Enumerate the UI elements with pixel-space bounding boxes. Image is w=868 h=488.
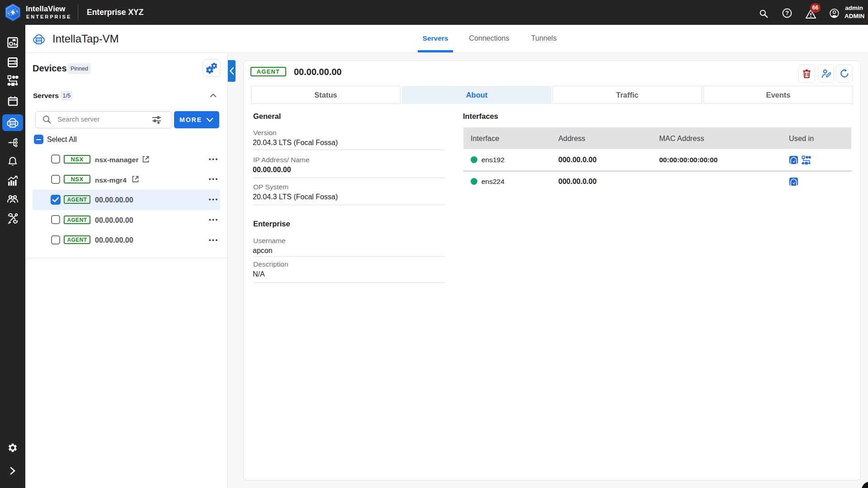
svg-text:?: ?	[785, 10, 789, 16]
